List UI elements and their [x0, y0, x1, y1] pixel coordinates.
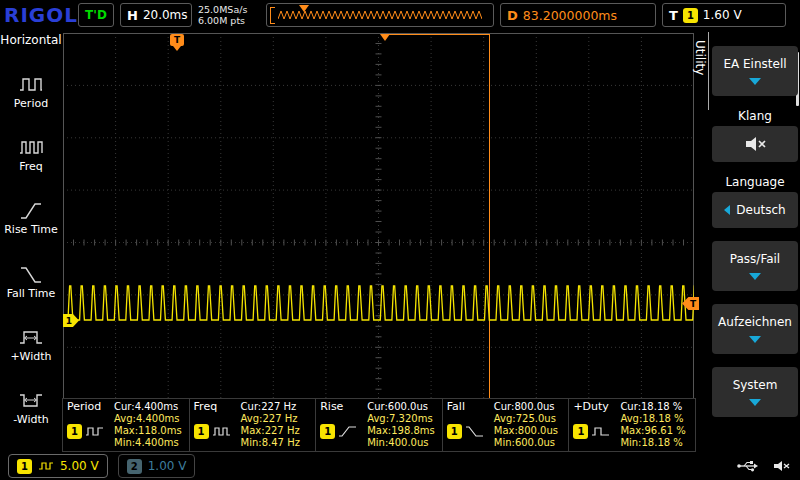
top-status-bar: RIGOL T'D H 20.0ms 25.0MSa/s 6.00M pts D…	[0, 0, 800, 30]
softkey-menu: EA Einstell Klang Language Deutsch	[712, 46, 798, 417]
delay-value: 83.2000000ms	[523, 8, 617, 23]
softkey-language[interactable]: Deutsch	[712, 192, 798, 228]
measurement-min: Min:400.0us	[367, 437, 439, 449]
softkey-language-group: Language Deutsch	[712, 175, 798, 228]
measurement-strip: Period 1 Cur:4.400ms Avg:4.400ms Max:118…	[62, 398, 695, 452]
usb-icon	[736, 459, 760, 473]
chevron-left-icon	[724, 205, 730, 215]
measurement-min: Min:18.18 %	[620, 437, 692, 449]
measurement-max: Max:198.8ms	[367, 425, 439, 437]
softkey-label: Pass/Fail	[730, 252, 780, 266]
measure-item-label: Period	[14, 97, 48, 110]
measurement-min: Min:8.47 Hz	[241, 437, 313, 449]
measurement-cur: Cur:800.0us	[494, 401, 566, 413]
measure-item-fall-time[interactable]: Fall Time	[7, 263, 56, 300]
measurement-source-chip: 1	[67, 424, 82, 439]
softkey-sound[interactable]	[712, 126, 798, 162]
measure-item-label: +Width	[10, 350, 51, 363]
utility-tab-label: Utility	[693, 40, 707, 75]
channel-2-scale: 1.00 V	[148, 459, 187, 473]
utility-divider	[708, 32, 709, 110]
measurement-source-chip: 1	[320, 424, 335, 439]
memory-position-strip[interactable]	[266, 3, 494, 27]
measure-item-plus-width[interactable]: +Width	[10, 326, 51, 363]
freq-glyph-icon	[212, 425, 232, 437]
measurement-min: Min:4.400ms	[114, 437, 186, 449]
fall-time-icon	[18, 263, 44, 285]
measure-item-label: Freq	[19, 160, 43, 173]
timebase-value: 20.0ms	[143, 8, 188, 22]
measure-item-label: -Width	[13, 413, 48, 426]
measurement-max: Max:227 Hz	[241, 425, 313, 437]
softkey-label: EA Einstell	[723, 57, 786, 71]
horizontal-center-indicator	[380, 34, 390, 41]
measurement-cur: Cur:18.18 %	[620, 401, 692, 413]
t-label: T	[669, 8, 678, 23]
measurement-max: Max:118.0ms	[114, 425, 186, 437]
measurement-cur: Cur:227 Hz	[241, 401, 313, 413]
measurement-cur: Cur:600.0us	[367, 401, 439, 413]
softkey-io-setup[interactable]: EA Einstell	[712, 46, 798, 96]
fall-glyph-icon	[465, 425, 485, 437]
measurement-panel-period: Period 1 Cur:4.400ms Avg:4.400ms Max:118…	[62, 398, 190, 452]
horizontal-delay-box[interactable]: D 83.2000000ms	[500, 3, 656, 27]
measurement-source-chip: 1	[447, 424, 462, 439]
measure-menu-title: Horizontal	[0, 33, 61, 47]
softkey-sound-label: Klang	[712, 109, 798, 123]
measure-item-period[interactable]: Period	[14, 73, 48, 110]
softkey-language-label: Language	[712, 175, 798, 189]
memory-window-left-bracket	[270, 7, 275, 24]
utility-menu: Utility EA Einstell Klang Language	[695, 30, 800, 452]
measurement-name: Fall	[447, 401, 492, 413]
measure-item-label: Fall Time	[7, 287, 56, 300]
softkey-pass-fail[interactable]: Pass/Fail	[712, 241, 798, 291]
memory-depth: 6.00M pts	[198, 15, 260, 26]
measure-item-freq[interactable]: Freq	[18, 136, 44, 173]
language-value: Deutsch	[736, 203, 785, 217]
sample-rate: 25.0MSa/s	[198, 4, 260, 15]
measurement-panel-rise: Rise 1 Cur:600.0us Avg:7.320ms Max:198.8…	[315, 398, 443, 452]
softkey-system[interactable]: System	[712, 367, 798, 417]
measurement-avg: Avg:227 Hz	[241, 413, 313, 425]
chevron-down-icon	[749, 273, 761, 280]
trigger-status-badge: T'D	[78, 3, 114, 27]
status-icons	[736, 459, 792, 473]
trigger-position-pointer[interactable]	[299, 5, 309, 12]
measurement-avg: Avg:18.18 %	[620, 413, 692, 425]
measurement-source-chip: 1	[194, 424, 209, 439]
trigger-source-chip: 1	[683, 8, 698, 23]
trigger-position-flag[interactable]: T	[170, 34, 184, 46]
chevron-down-icon	[749, 336, 761, 343]
channel-1-chip: 1	[17, 459, 32, 474]
measurement-avg: Avg:7.320ms	[367, 413, 439, 425]
softkey-sound-group: Klang	[712, 109, 798, 162]
sound-muted-icon	[772, 459, 790, 473]
rise-glyph-icon	[338, 425, 358, 437]
freq-icon	[18, 136, 44, 158]
measure-item-minus-width[interactable]: -Width	[13, 389, 48, 426]
measurement-cur: Cur:4.400ms	[114, 401, 186, 413]
ch1-waveform	[63, 33, 694, 452]
rise-time-icon	[18, 199, 44, 221]
measure-item-rise-time[interactable]: Rise Time	[4, 199, 58, 236]
d-label: D	[507, 8, 518, 23]
speaker-muted-icon	[743, 135, 767, 153]
channel-2-status[interactable]: 2 1.00 V	[118, 454, 196, 478]
measurement-max: Max:800.0us	[494, 425, 566, 437]
measure-menu-items: Period Freq Rise Time Fall Time +Width -…	[0, 47, 62, 452]
measurement-name: +Duty	[573, 401, 618, 413]
graticule	[63, 33, 694, 452]
channel-1-status[interactable]: 1 5.00 V	[8, 454, 108, 478]
measurement-name: Period	[67, 401, 112, 413]
measurement-source-chip: 1	[573, 424, 588, 439]
h-label: H	[127, 8, 138, 23]
measurement-name: Freq	[194, 401, 239, 413]
softkey-label: System	[733, 378, 778, 392]
channel-1-scale: 5.00 V	[60, 459, 99, 473]
horizontal-timebase-box[interactable]: H 20.0ms	[120, 3, 192, 27]
measurement-name: Rise	[320, 401, 365, 413]
softkey-record[interactable]: Aufzeichnen	[712, 304, 798, 354]
measurement-min: Min:600.0us	[494, 437, 566, 449]
trigger-info-box[interactable]: T 1 1.60 V	[662, 3, 786, 27]
plus-width-icon	[18, 326, 44, 348]
